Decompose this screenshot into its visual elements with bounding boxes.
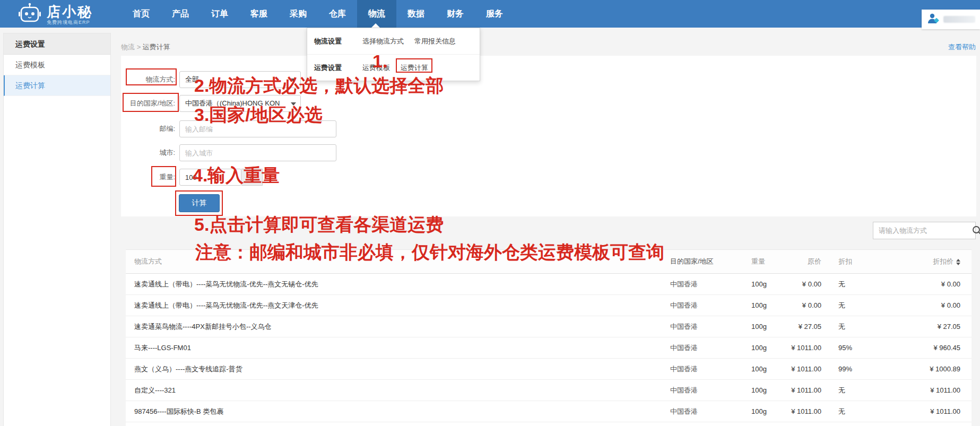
cell-3-1: 中国香港	[670, 343, 751, 353]
page: 店小秘 免费跨境电商ERP 首页产品订单客服采购仓库物流数据财务服务 物流设置选…	[0, 0, 980, 426]
top-navbar: 店小秘 免费跨境电商ERP 首页产品订单客服采购仓库物流数据财务服务	[0, 0, 980, 28]
nav-item-3[interactable]: 客服	[239, 0, 279, 28]
cell-5-0: 自定义----321	[126, 386, 670, 395]
nav-item-2[interactable]: 订单	[200, 0, 239, 28]
table-row-6: 987456----国际标快-B 类包裹中国香港100g¥ 1011.00无¥ …	[126, 401, 972, 422]
sidebar: 运费设置 运费模板运费计算	[3, 33, 111, 426]
zipcode-input[interactable]	[179, 120, 336, 137]
breadcrumb-section[interactable]: 物流	[121, 43, 135, 51]
cell-2-0: 速卖通菜鸟物流----4PX新邮挂号小包--义乌仓	[126, 322, 670, 332]
nav-item-1[interactable]: 产品	[161, 0, 200, 28]
column-header-2: 重量	[751, 257, 791, 266]
table-row-5: 自定义----321中国香港100g¥ 1011.00无¥ 1011.00	[126, 380, 972, 401]
cell-0-0: 速卖通线上（带电）----菜鸟无忧物流-优先--燕文无锡仓-优先	[126, 280, 670, 289]
form-row-weight: 重量: g	[121, 168, 263, 186]
cell-4-4: 99%	[838, 365, 891, 373]
sidebar-item-0[interactable]: 运费模板	[4, 55, 110, 75]
weight-label: 重量:	[121, 172, 179, 182]
city-label: 城市:	[121, 148, 179, 158]
dropdown-group-title: 物流设置	[314, 37, 362, 46]
column-header-label: 重量	[751, 257, 765, 265]
form-row-city: 城市:	[121, 144, 336, 162]
cell-0-3: ¥ 0.00	[791, 280, 838, 288]
sidebar-title: 运费设置	[4, 33, 110, 55]
column-header-label: 原价	[808, 257, 821, 265]
destination-label: 目的国家/地区:	[121, 99, 179, 108]
nav-item-5[interactable]: 仓库	[318, 0, 357, 28]
cell-6-5: ¥ 1011.00	[891, 407, 972, 415]
cell-0-5: ¥ 0.00	[891, 280, 972, 288]
weight-input[interactable]	[179, 169, 241, 186]
cell-3-2: 100g	[751, 344, 791, 352]
cell-1-1: 中国香港	[670, 301, 751, 310]
cell-2-1: 中国香港	[670, 322, 751, 332]
logistics-dropdown-menu: 物流设置选择物流方式常用报关信息运费设置运费模板运费计算	[307, 28, 480, 81]
brand-name: 店小秘	[47, 4, 93, 19]
dropdown-menu-item[interactable]: 运费模板	[362, 63, 390, 73]
cell-6-2: 100g	[751, 407, 791, 415]
breadcrumb-separator: >	[137, 43, 141, 51]
column-header-0: 物流方式	[126, 257, 670, 266]
cell-1-3: ¥ 0.00	[791, 301, 838, 309]
cell-6-3: ¥ 1011.00	[791, 407, 838, 415]
column-header-label: 折扣价	[933, 257, 953, 265]
username-redacted	[943, 16, 975, 23]
dropdown-menu-item[interactable]: 常用报关信息	[414, 37, 456, 46]
cell-3-3: ¥ 1011.00	[791, 344, 838, 352]
cell-6-1: 中国香港	[670, 407, 751, 416]
cell-3-5: ¥ 960.45	[891, 344, 972, 352]
cell-2-2: 100g	[751, 323, 791, 331]
column-header-1: 目的国家/地区	[670, 257, 751, 266]
column-header-label: 折扣	[838, 257, 852, 265]
cell-5-1: 中国香港	[670, 386, 751, 395]
cell-1-0: 速卖通线上（带电）----菜鸟无忧物流-优先--燕文天津仓-优先	[126, 301, 670, 310]
main-nav: 首页产品订单客服采购仓库物流数据财务服务	[122, 0, 514, 28]
sidebar-item-1[interactable]: 运费计算	[4, 75, 110, 96]
brand-logo[interactable]: 店小秘 免费跨境电商ERP	[18, 3, 93, 27]
column-header-5[interactable]: 折扣价	[891, 257, 972, 266]
robot-logo-icon	[18, 3, 41, 27]
cell-3-0: 马来----LGS-FM01	[126, 343, 670, 353]
cell-4-5: ¥ 1000.89	[891, 365, 972, 373]
nav-item-0[interactable]: 首页	[122, 0, 161, 28]
dropdown-group-1: 运费设置运费模板运费计算	[307, 55, 480, 81]
destination-value: 中国香港（(China)HONG KON	[185, 99, 280, 108]
cell-2-4: 无	[838, 322, 891, 332]
dropdown-menu-item[interactable]: 运费计算	[401, 63, 428, 73]
user-account-box[interactable]	[922, 10, 980, 29]
column-header-label: 目的国家/地区	[670, 257, 714, 265]
nav-item-4[interactable]: 采购	[279, 0, 318, 28]
table-row-0: 速卖通线上（带电）----菜鸟无忧物流-优先--燕文无锡仓-优先中国香港100g…	[126, 274, 972, 295]
cell-2-5: ¥ 27.05	[891, 323, 972, 331]
zipcode-label: 邮编:	[121, 124, 179, 134]
help-link[interactable]: 查看帮助	[948, 42, 976, 52]
nav-item-9[interactable]: 服务	[475, 0, 514, 28]
calculate-button[interactable]: 计算	[179, 194, 220, 212]
dropdown-menu-item[interactable]: 选择物流方式	[362, 37, 404, 46]
logistics-method-label: 物流方式:	[121, 75, 179, 84]
table-row-2: 速卖通菜鸟物流----4PX新邮挂号小包--义乌仓中国香港100g¥ 27.05…	[126, 316, 972, 337]
cell-4-1: 中国香港	[670, 364, 751, 374]
table-row-3: 马来----LGS-FM01中国香港100g¥ 1011.0095%¥ 960.…	[126, 337, 972, 359]
sort-icon[interactable]	[956, 259, 960, 265]
cell-2-3: ¥ 27.05	[791, 323, 838, 331]
destination-select[interactable]: 中国香港（(China)HONG KON	[179, 95, 301, 112]
logistics-search-box	[873, 222, 976, 239]
form-row-logistics-method: 物流方式: 全部	[121, 71, 301, 89]
table-row-4: 燕文（义乌）----燕文专线追踪-普货中国香港100g¥ 1011.0099%¥…	[126, 359, 972, 380]
cell-3-4: 95%	[838, 344, 891, 352]
nav-item-8[interactable]: 财务	[436, 0, 475, 28]
cell-5-4: 无	[838, 386, 891, 395]
cell-0-2: 100g	[751, 280, 791, 288]
weight-unit: g	[241, 169, 263, 186]
cell-1-2: 100g	[751, 301, 791, 309]
search-icon[interactable]	[972, 225, 980, 236]
city-input[interactable]	[179, 144, 336, 161]
logistics-method-select[interactable]: 全部	[179, 71, 301, 88]
cell-6-0: 987456----国际标快-B 类包裹	[126, 407, 670, 416]
nav-item-7[interactable]: 数据	[396, 0, 436, 28]
logistics-search-input[interactable]	[873, 223, 972, 238]
cell-4-0: 燕文（义乌）----燕文专线追踪-普货	[126, 364, 670, 374]
brand-tagline: 免费跨境电商ERP	[47, 19, 93, 26]
breadcrumb: 物流 > 运费计算	[121, 42, 170, 52]
